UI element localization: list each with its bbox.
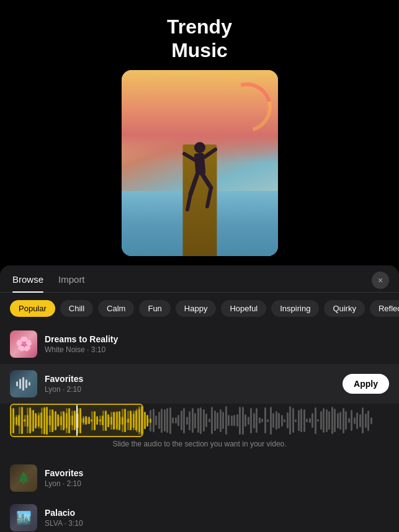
genre-chip-chill[interactable]: Chill [60,300,93,317]
hero-image-container [0,70,399,256]
person-silhouette [181,138,218,219]
svg-rect-9 [19,379,21,389]
track-thumb-favorites [10,370,37,397]
genre-chip-quirky[interactable]: Quirky [324,300,365,317]
genre-chip-fun[interactable]: Fun [139,300,170,317]
svg-line-5 [202,174,211,188]
apply-button[interactable]: Apply [343,374,389,394]
svg-rect-11 [25,379,27,388]
music-note-icon: 🌲 [17,471,30,485]
genre-chip-hopeful[interactable]: Hopeful [221,300,266,317]
bottom-sheet: Browse Import × Popular Chill Calm Fun H… [0,265,399,532]
genre-chip-inspiring[interactable]: Inspiring [271,300,319,317]
hero-image [122,70,278,256]
track-thumb-palacio: 🏙️ [10,504,37,531]
waveform-icon [15,375,32,392]
page-title: Trendy Music [0,0,399,63]
track-thumb-favorites2: 🌲 [10,464,37,492]
palacio-icon: 🏙️ [16,510,32,525]
track-thumb-dreams: 🌸 [10,330,37,358]
track-item-favorites2[interactable]: 🌲 Favorites Lyon · 2:10 [0,458,399,498]
track-item-palacio[interactable]: 🏙️ Palacio SLVA · 3:10 [0,498,399,532]
svg-rect-12 [29,382,30,386]
track-meta-dreams: White Noise · 3:10 [45,345,389,354]
tab-bar: Browse Import × [0,265,399,293]
close-button[interactable]: × [372,272,389,289]
track-meta-palacio: SLVA · 3:10 [45,519,389,528]
svg-line-7 [207,188,211,206]
tab-browse[interactable]: Browse [12,274,43,292]
track-item-favorites[interactable]: Favorites Lyon · 2:10 Apply [0,364,399,404]
svg-line-6 [187,194,191,210]
slide-hint: Slide the audio to the section you want … [10,437,389,453]
tab-import[interactable]: Import [58,274,85,292]
track-item-dreams[interactable]: 🌸 Dreams to Reality White Noise · 3:10 [0,324,399,364]
svg-rect-8 [16,381,18,386]
track-name-palacio: Palacio [45,508,389,518]
flower-icon: 🌸 [16,336,32,352]
svg-rect-10 [22,377,24,391]
track-meta-favorites: Lyon · 2:10 [45,385,389,394]
track-info-favorites: Favorites Lyon · 2:10 [45,374,389,394]
genre-chip-popular[interactable]: Popular [10,300,55,317]
track-info-dreams: Dreams to Reality White Noise · 3:10 [45,334,389,354]
genre-chip-happy[interactable]: Happy [176,300,217,317]
genre-chip-reflective[interactable]: Reflective [370,300,399,317]
track-list: 🌸 Dreams to Reality White Noise · 3:10 [0,324,399,532]
track-name-dreams: Dreams to Reality [45,334,389,344]
track-info-palacio: Palacio SLVA · 3:10 [45,508,389,528]
genre-chip-calm[interactable]: Calm [98,300,134,317]
track-name-favorites2: Favorites [45,468,389,478]
waveform-container [10,404,389,437]
track-name-favorites: Favorites [45,374,389,384]
waveform-area[interactable]: Slide the audio to the section you want … [0,404,399,458]
genre-scroll: Popular Chill Calm Fun Happy Hopeful Ins… [0,293,399,324]
svg-line-4 [191,174,197,194]
waveform-selected-region[interactable] [10,404,143,437]
svg-point-0 [194,142,205,153]
track-info-favorites2: Favorites Lyon · 2:10 [45,468,389,488]
svg-line-2 [184,154,195,160]
track-meta-favorites2: Lyon · 2:10 [45,479,389,488]
svg-line-3 [205,149,215,157]
